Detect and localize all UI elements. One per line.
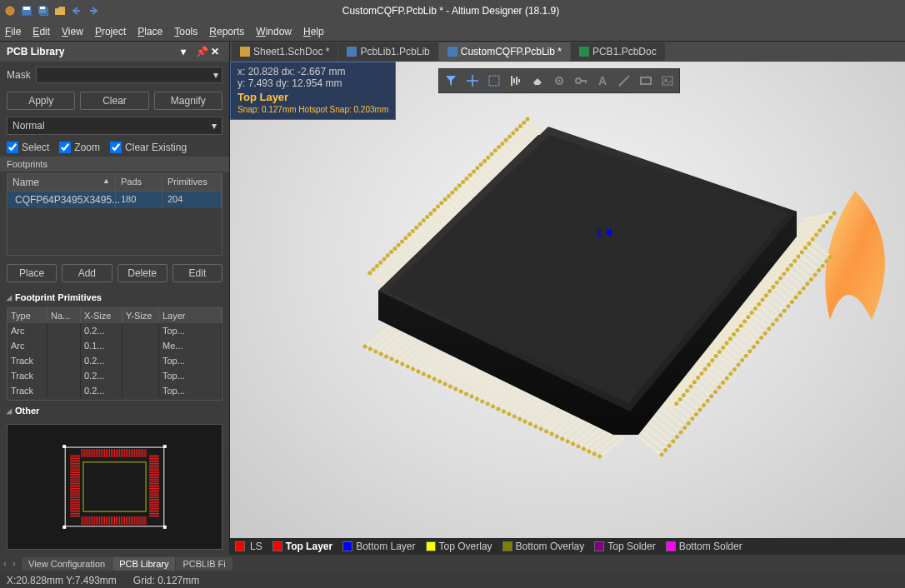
svg-point-393 bbox=[518, 417, 522, 421]
scroll-left-icon[interactable]: ‹ bbox=[3, 558, 12, 570]
align-tool-icon[interactable] bbox=[506, 71, 526, 91]
prim-col-name[interactable]: Na... bbox=[48, 308, 81, 323]
menu-bar: File Edit View Project Place Tools Repor… bbox=[0, 22, 905, 42]
open-icon[interactable] bbox=[53, 4, 67, 17]
layer-tab[interactable]: Top Overlay bbox=[426, 541, 492, 552]
erase-tool-icon[interactable] bbox=[528, 71, 548, 91]
mode-dropdown[interactable]: Normal ▾ bbox=[7, 117, 222, 135]
layer-tab[interactable]: Top Solder bbox=[594, 541, 655, 552]
layer-tab[interactable]: Bottom Solder bbox=[666, 541, 742, 552]
panel-close-icon[interactable]: ✕ bbox=[211, 46, 222, 57]
svg-point-425 bbox=[721, 381, 725, 385]
menu-tools[interactable]: Tools bbox=[174, 26, 198, 37]
tab-customcqfp[interactable]: CustomCQFP.PcbLib * bbox=[439, 42, 570, 61]
layer-tab[interactable]: Bottom Overlay bbox=[502, 541, 585, 552]
prim-col-layer[interactable]: Layer bbox=[159, 308, 222, 323]
save-all-icon[interactable] bbox=[37, 4, 50, 17]
menu-place[interactable]: Place bbox=[138, 26, 162, 37]
svg-point-519 bbox=[454, 187, 458, 192]
menu-help[interactable]: Help bbox=[303, 26, 324, 37]
svg-point-434 bbox=[756, 341, 760, 345]
svg-line-296 bbox=[448, 196, 463, 209]
clear-button[interactable]: Clear bbox=[80, 92, 148, 110]
undo-icon[interactable] bbox=[70, 4, 83, 17]
svg-point-388 bbox=[491, 405, 495, 409]
svg-point-461 bbox=[807, 242, 811, 246]
redo-icon[interactable] bbox=[87, 4, 100, 17]
svg-line-295 bbox=[452, 192, 468, 206]
primitive-row[interactable]: Track0.2...Top... bbox=[8, 383, 222, 398]
col-name[interactable]: Name▲ bbox=[8, 174, 116, 191]
svg-point-404 bbox=[577, 445, 581, 449]
col-primitives[interactable]: Primitives bbox=[162, 174, 222, 191]
save-icon[interactable] bbox=[20, 4, 33, 17]
crosshair-tool-icon[interactable] bbox=[462, 71, 482, 91]
tab-sheet1[interactable]: Sheet1.SchDoc * bbox=[232, 42, 338, 61]
svg-point-392 bbox=[512, 415, 517, 419]
tab-pcb-library[interactable]: PCB Library bbox=[112, 557, 175, 571]
svg-point-397 bbox=[539, 427, 543, 431]
svg-point-384 bbox=[470, 395, 474, 399]
line-tool-icon[interactable] bbox=[614, 71, 634, 91]
select-tool-icon[interactable] bbox=[484, 71, 504, 91]
svg-point-508 bbox=[493, 148, 498, 152]
col-pads[interactable]: Pads bbox=[116, 174, 162, 191]
canvas-3d-view[interactable]: x: 20.828 dx: -2.667 mm y: 7.493 dy: 12.… bbox=[230, 62, 905, 538]
key-tool-icon[interactable] bbox=[571, 71, 591, 91]
scroll-right-icon[interactable]: › bbox=[12, 558, 21, 570]
layer-tab[interactable]: Top Layer bbox=[272, 541, 332, 552]
gear-tool-icon[interactable] bbox=[549, 71, 569, 91]
panel-dropdown-icon[interactable]: ▾ bbox=[181, 46, 192, 57]
prim-col-ysize[interactable]: Y-Size bbox=[122, 308, 159, 323]
tab-pcb1[interactable]: PCB1.PcbDoc bbox=[571, 42, 665, 61]
delete-button[interactable]: Delete bbox=[118, 264, 168, 282]
prim-col-type[interactable]: Type bbox=[8, 308, 48, 323]
ls-swatch[interactable] bbox=[235, 541, 245, 551]
svg-point-453 bbox=[828, 255, 832, 259]
primitive-row[interactable]: Track0.2...Top... bbox=[8, 368, 222, 383]
panel-pin-icon[interactable]: 📌 bbox=[196, 46, 208, 57]
layer-tab[interactable]: Bottom Layer bbox=[342, 541, 415, 552]
prim-col-xsize[interactable]: X-Size bbox=[81, 308, 122, 323]
tab-pcblib1[interactable]: PcbLib1.PcbLib bbox=[338, 42, 438, 61]
menu-reports[interactable]: Reports bbox=[209, 26, 244, 37]
primitives-section-title[interactable]: Footprint Primitives bbox=[0, 289, 229, 306]
other-section-title[interactable]: Other bbox=[0, 402, 229, 419]
primitive-row[interactable]: Arc0.2...Top... bbox=[8, 323, 222, 338]
menu-edit[interactable]: Edit bbox=[32, 26, 50, 37]
tab-pcblib-fi[interactable]: PCBLIB Fi bbox=[176, 557, 232, 571]
svg-point-403 bbox=[571, 442, 575, 446]
image-tool-icon[interactable] bbox=[658, 71, 678, 91]
footprint-preview[interactable] bbox=[7, 424, 222, 550]
filter-tool-icon[interactable] bbox=[441, 71, 461, 91]
svg-point-528 bbox=[422, 218, 426, 222]
svg-point-371 bbox=[400, 362, 404, 366]
primitive-row[interactable]: Arc0.1...Me... bbox=[8, 338, 222, 353]
status-xy: X:20.828mm Y:7.493mm bbox=[7, 575, 117, 586]
menu-view[interactable]: View bbox=[62, 26, 83, 37]
primitive-row[interactable]: Track0.2...Top... bbox=[8, 353, 222, 368]
tab-view-config[interactable]: View Configuration bbox=[22, 557, 112, 571]
add-button[interactable]: Add bbox=[62, 264, 112, 282]
apply-button[interactable]: Apply bbox=[7, 92, 75, 110]
magnify-button[interactable]: Magnify bbox=[154, 92, 222, 110]
rect-tool-icon[interactable] bbox=[636, 71, 656, 91]
footprint-row[interactable]: CQFP64P3495X3495... 180 204 bbox=[8, 192, 222, 208]
svg-point-538 bbox=[386, 253, 390, 257]
select-checkbox[interactable]: Select bbox=[7, 142, 49, 153]
edit-button[interactable]: Edit bbox=[172, 264, 222, 282]
zoom-checkbox[interactable]: Zoom bbox=[59, 142, 100, 153]
svg-point-377 bbox=[432, 377, 437, 381]
place-button[interactable]: Place bbox=[7, 264, 57, 282]
svg-point-369 bbox=[390, 357, 394, 361]
clear-existing-checkbox[interactable]: Clear Existing bbox=[110, 142, 187, 153]
svg-point-419 bbox=[698, 408, 702, 412]
menu-window[interactable]: Window bbox=[256, 26, 292, 37]
mask-select[interactable]: ▾ bbox=[36, 67, 222, 83]
menu-project[interactable]: Project bbox=[95, 26, 126, 37]
svg-line-304 bbox=[420, 224, 435, 237]
text-tool-icon[interactable]: A bbox=[592, 71, 612, 91]
menu-file[interactable]: File bbox=[5, 26, 21, 37]
svg-point-380 bbox=[448, 385, 452, 389]
svg-point-400 bbox=[555, 435, 559, 439]
